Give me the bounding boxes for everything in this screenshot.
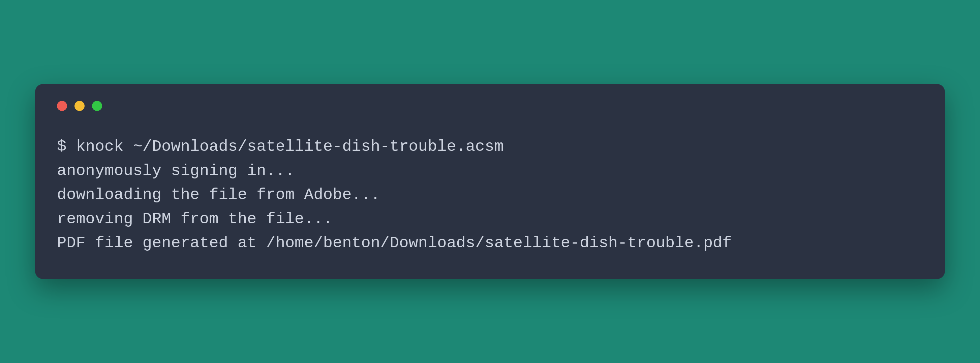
command-text: knock ~/Downloads/satellite-dish-trouble…: [76, 138, 503, 155]
output-line: removing DRM from the file...: [57, 210, 332, 228]
prompt-symbol: $: [57, 138, 67, 155]
close-icon[interactable]: [57, 101, 67, 111]
output-line: anonymously signing in...: [57, 162, 294, 180]
maximize-icon[interactable]: [92, 101, 102, 111]
window-titlebar: [57, 101, 923, 111]
output-line: PDF file generated at /home/benton/Downl…: [57, 234, 732, 252]
minimize-icon[interactable]: [75, 101, 84, 111]
terminal-body[interactable]: $ knock ~/Downloads/satellite-dish-troub…: [57, 134, 923, 255]
output-line: downloading the file from Adobe...: [57, 186, 380, 204]
terminal-window: $ knock ~/Downloads/satellite-dish-troub…: [35, 84, 945, 279]
